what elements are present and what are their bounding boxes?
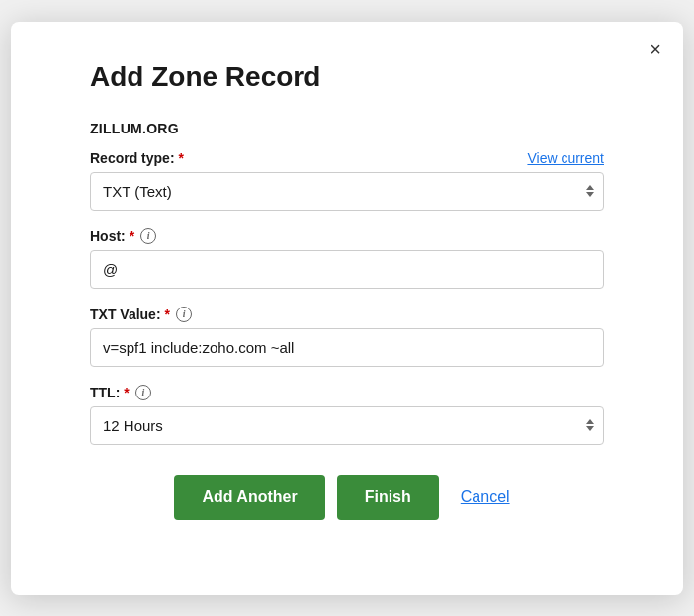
txt-value-info-icon[interactable]: i [176,307,192,322]
ttl-info-icon[interactable]: i [135,385,151,400]
host-row: Host: * i [90,228,604,244]
record-type-required: * [179,150,184,166]
host-input[interactable] [90,250,604,289]
button-row: Add Another Finish Cancel [90,475,604,520]
txt-value-label: TXT Value: * i [90,307,192,322]
add-another-button[interactable]: Add Another [174,475,324,520]
ttl-row: TTL: * i [90,385,604,400]
record-type-label: Record type: * [90,150,184,166]
host-info-icon[interactable]: i [140,228,156,244]
ttl-select[interactable]: 12 Hours 1 Hour 4 Hours 24 Hours 48 Hour… [90,406,604,445]
modal-title: Add Zone Record [90,61,604,93]
txt-value-required: * [165,307,170,322]
domain-label: ZILLUM.ORG [90,121,604,136]
ttl-required: * [124,385,129,400]
record-type-select[interactable]: TXT (Text) A (Address) CNAME (Alias) MX … [90,172,604,211]
close-button[interactable]: × [650,40,661,59]
modal-dialog: × Add Zone Record ZILLUM.ORG Record type… [11,22,683,595]
cancel-button[interactable]: Cancel [451,475,520,520]
host-required: * [130,228,134,244]
txt-value-row: TXT Value: * i [90,307,604,322]
finish-button[interactable]: Finish [337,475,439,520]
host-label: Host: * i [90,228,156,244]
record-type-select-wrapper: TXT (Text) A (Address) CNAME (Alias) MX … [90,172,604,211]
record-type-row: Record type: * View current [90,150,604,166]
txt-value-input[interactable] [90,328,604,367]
ttl-label: TTL: * i [90,385,151,400]
view-current-link[interactable]: View current [527,150,604,166]
ttl-select-wrapper: 12 Hours 1 Hour 4 Hours 24 Hours 48 Hour… [90,406,604,445]
